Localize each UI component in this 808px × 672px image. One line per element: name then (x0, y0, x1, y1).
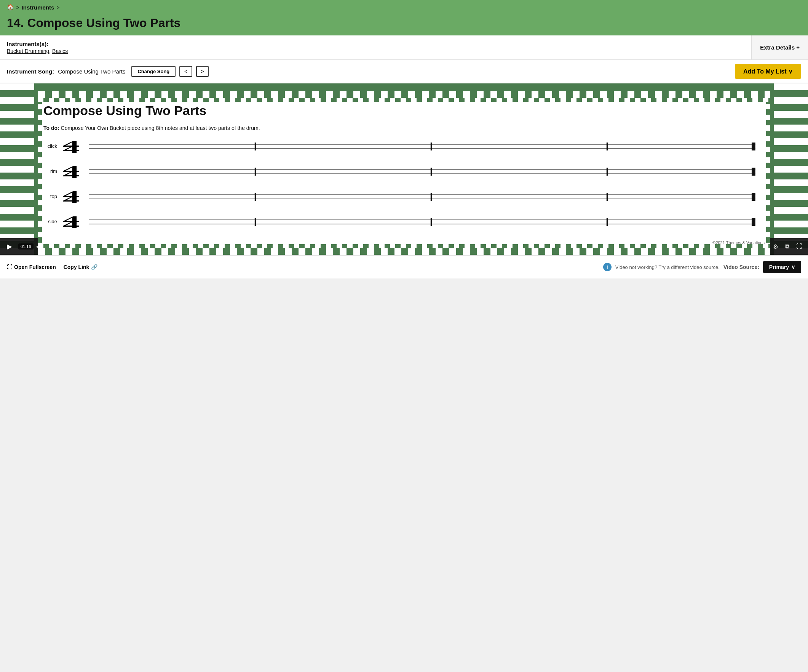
instruments-info: Instruments(s): Bucket Drumming, Basics (0, 35, 752, 59)
link-bucket-drumming[interactable]: Bucket Drumming (7, 48, 49, 54)
extra-details-button[interactable]: Extra Details + (752, 35, 808, 59)
page-title-area: 14. Compose Using Two Parts (0, 15, 808, 35)
fullscreen-expand-icon: ⛶ (7, 264, 12, 270)
staff-area: click 4 4 (38, 138, 770, 229)
staff-row-side: side 4 4 (43, 214, 765, 229)
song-row: Instrument Song: Compose Using Two Parts… (0, 60, 808, 84)
link-icon: 🔗 (91, 264, 97, 270)
copyright: ©2021 Themes & Variations (38, 239, 770, 248)
nav-prev-button[interactable]: < (179, 66, 192, 77)
bottom-bar: ⛶ Open Fullscreen Copy Link 🔗 i Video no… (0, 255, 808, 279)
sheet-todo: To do: Compose Your Own Bucket piece usi… (38, 124, 770, 138)
video-source-primary-button[interactable]: Primary ∨ (763, 261, 801, 273)
sheet-title: Compose Using Two Parts (38, 98, 770, 120)
song-row-label: Instrument Song: (7, 68, 54, 75)
staff-lines-side: 4 4 (61, 214, 765, 229)
nav-next-button[interactable]: > (196, 66, 209, 77)
info-icon[interactable]: i (603, 263, 611, 271)
breadcrumb-sep1: > (17, 5, 19, 10)
page-title: 14. Compose Using Two Parts (7, 16, 801, 30)
staff-lines-rim: 4 4 (61, 164, 765, 179)
breadcrumb-bar: 🏠 > Instruments > (0, 0, 808, 15)
sheet-music-wrapper: Compose Using Two Parts To do: Compose Y… (0, 84, 808, 255)
top-dashes (38, 91, 770, 98)
home-icon[interactable]: 🏠 (7, 4, 14, 11)
svg-text:4: 4 (63, 194, 80, 204)
add-to-list-button[interactable]: Add To My List ∨ (735, 64, 801, 79)
instruments-label: Instruments(s): (7, 41, 744, 47)
change-song-button[interactable]: Change Song (131, 66, 175, 77)
staff-label-side: side (43, 219, 61, 224)
copy-link-button[interactable]: Copy Link 🔗 (63, 264, 98, 270)
instruments-row: Instruments(s): Bucket Drumming, Basics … (0, 35, 808, 60)
video-source-label: Video Source: (723, 264, 759, 270)
bottom-dashes (38, 248, 770, 255)
staff-label-top: top (43, 194, 61, 199)
open-fullscreen-button[interactable]: ⛶ Open Fullscreen (7, 264, 56, 270)
staff-label-rim: rim (43, 168, 61, 174)
staff-row-top: top 4 4 (43, 189, 765, 204)
song-name: Compose Using Two Parts (58, 68, 125, 75)
link-basics[interactable]: Basics (52, 48, 68, 54)
dropdown-chevron-icon: ∨ (791, 264, 795, 270)
sheet-frame: Compose Using Two Parts To do: Compose Y… (38, 98, 770, 248)
staff-row-click: click 4 4 (43, 138, 765, 154)
instruments-links: Bucket Drumming, Basics (7, 48, 744, 54)
svg-text:4: 4 (63, 168, 80, 179)
svg-text:4: 4 (63, 219, 80, 229)
staff-row-rim: rim 4 4 (43, 164, 765, 179)
video-issue-text: Video not working? Try a different video… (615, 264, 720, 270)
staff-label-click: click (43, 143, 61, 149)
video-area: Compose Using Two Parts To do: Compose Y… (0, 84, 808, 255)
staff-lines-top: 4 4 (61, 189, 765, 204)
staff-lines-click: 4 4 (61, 138, 765, 154)
video-issue-area: i Video not working? Try a different vid… (603, 261, 801, 273)
breadcrumb-instruments[interactable]: Instruments (22, 4, 55, 11)
svg-text:4: 4 (63, 143, 80, 154)
breadcrumb-sep2: > (56, 5, 59, 10)
